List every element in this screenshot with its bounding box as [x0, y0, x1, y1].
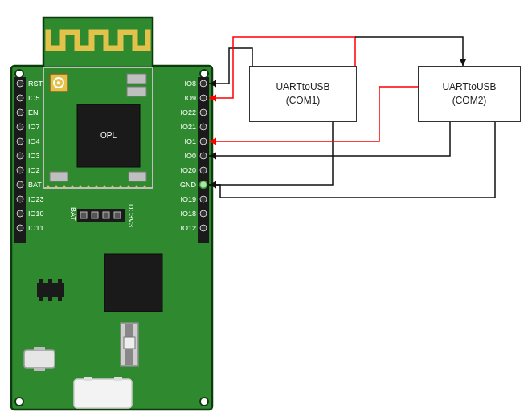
pin-left-8: IO23	[28, 196, 44, 203]
svg-rect-28	[14, 77, 26, 243]
svg-point-3	[15, 398, 23, 406]
svg-rect-58	[104, 254, 162, 312]
board-svg	[0, 0, 532, 420]
svg-point-20	[87, 185, 89, 187]
uart-usb-com2-title: UARTtoUSB	[442, 80, 496, 94]
svg-rect-55	[92, 212, 98, 218]
svg-point-2	[200, 70, 208, 78]
svg-rect-64	[48, 297, 52, 301]
svg-rect-40	[198, 77, 209, 243]
soc-label: OPL	[77, 132, 140, 140]
uart-usb-com1: UARTtoUSB (COM1)	[249, 66, 357, 122]
pin-right-6: IO20	[180, 167, 196, 174]
right-header	[198, 77, 209, 243]
svg-point-36	[17, 181, 23, 188]
pin-left-2: EN	[28, 109, 39, 116]
svg-rect-57	[114, 212, 121, 218]
svg-rect-72	[74, 379, 132, 408]
pin-right-4: IO1	[184, 138, 196, 145]
svg-point-34	[17, 153, 23, 159]
svg-rect-74	[114, 377, 122, 381]
svg-rect-71	[34, 368, 45, 371]
svg-point-41	[200, 80, 207, 87]
svg-point-45	[200, 138, 207, 145]
svg-point-17	[63, 185, 65, 187]
svg-point-35	[17, 167, 23, 173]
svg-rect-63	[39, 297, 43, 301]
svg-point-37	[17, 196, 23, 202]
pin-left-7: BAT	[28, 181, 42, 189]
pin-right-1: IO9	[184, 95, 196, 102]
svg-rect-11	[127, 87, 146, 96]
pin-right-7: GND	[180, 181, 196, 189]
svg-point-15	[47, 185, 49, 187]
svg-point-9	[57, 81, 60, 84]
pin-left-5: IO3	[28, 153, 40, 160]
pin-left-0: RST	[28, 80, 43, 88]
svg-point-52	[200, 181, 207, 189]
svg-point-50	[200, 210, 207, 217]
pin-left-10: IO11	[28, 225, 44, 232]
svg-point-1	[15, 70, 23, 78]
svg-point-25	[127, 185, 129, 187]
svg-rect-70	[34, 347, 45, 350]
svg-point-27	[143, 185, 145, 187]
svg-point-42	[200, 95, 207, 101]
svg-rect-60	[39, 279, 43, 283]
svg-rect-54	[80, 212, 87, 218]
pin-left-9: IO10	[28, 210, 44, 218]
pin-right-3: IO21	[180, 124, 196, 131]
svg-point-30	[17, 95, 23, 101]
svg-rect-56	[103, 212, 109, 218]
uart-usb-com2: UARTtoUSB (COM2)	[418, 66, 521, 122]
pin-right-9: IO18	[180, 210, 196, 218]
svg-rect-73	[84, 377, 92, 381]
svg-point-19	[79, 185, 81, 187]
svg-point-33	[17, 138, 23, 145]
svg-point-47	[200, 167, 207, 173]
svg-point-4	[200, 398, 208, 406]
pin-right-2: IO22	[180, 109, 196, 116]
svg-point-49	[200, 196, 207, 202]
svg-point-21	[95, 185, 97, 187]
svg-point-51	[200, 225, 207, 231]
svg-rect-10	[127, 74, 146, 84]
header-label-dc3v3: DC3V3	[127, 204, 134, 227]
svg-point-43	[200, 109, 207, 116]
pin-left-4: IO4	[28, 138, 40, 145]
pin-left-1: IO5	[28, 95, 40, 102]
svg-rect-59	[37, 283, 64, 297]
svg-point-31	[17, 109, 23, 116]
svg-point-32	[17, 124, 23, 130]
svg-point-44	[200, 124, 207, 130]
diagram-stage: RST IO5 EN IO7 IO4 IO3 IO2 BAT IO23 IO10…	[0, 0, 532, 420]
svg-rect-62	[58, 279, 62, 283]
svg-point-38	[17, 210, 23, 217]
svg-point-26	[135, 185, 137, 187]
svg-point-23	[111, 185, 113, 187]
pin-right-5: IO0	[184, 153, 196, 160]
svg-rect-13	[50, 172, 68, 181]
uart-usb-com1-title: UARTtoUSB	[276, 80, 329, 94]
svg-rect-69	[24, 350, 55, 368]
svg-point-18	[71, 185, 73, 187]
svg-rect-68	[124, 337, 135, 349]
svg-point-22	[103, 185, 105, 187]
pin-right-0: IO8	[184, 80, 196, 88]
uart-usb-com2-port: (COM2)	[452, 94, 487, 108]
svg-point-24	[119, 185, 121, 187]
svg-point-16	[55, 185, 57, 187]
header-label-bat: BAT	[69, 207, 76, 221]
svg-point-29	[17, 80, 23, 87]
svg-point-39	[17, 225, 23, 231]
pin-right-10: IO12	[180, 225, 196, 232]
svg-rect-65	[58, 297, 62, 301]
pin-left-6: IO2	[28, 167, 40, 174]
svg-rect-14	[129, 172, 146, 181]
pin-right-8: IO19	[180, 196, 196, 203]
left-header	[14, 77, 26, 243]
svg-point-46	[200, 153, 207, 159]
svg-rect-61	[48, 279, 52, 283]
uart-usb-com1-port: (COM1)	[286, 94, 321, 108]
pin-left-3: IO7	[28, 124, 40, 131]
